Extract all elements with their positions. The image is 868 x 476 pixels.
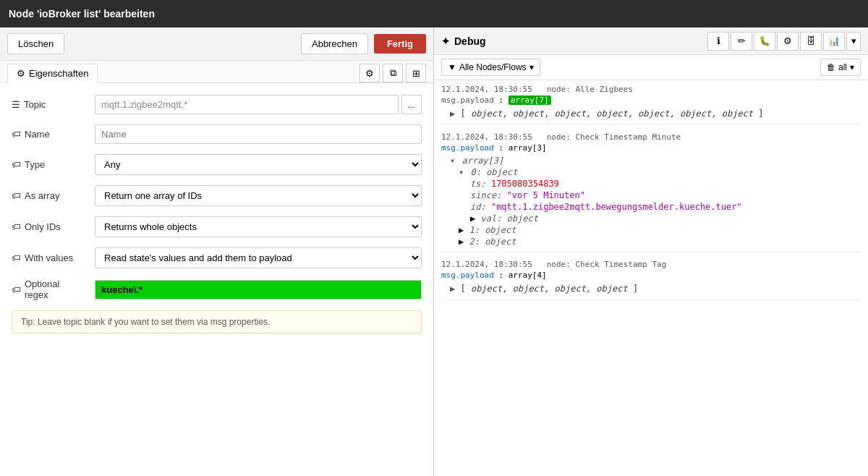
filter-icon: ▼	[448, 62, 456, 72]
left-panel: Löschen Abbrechen Fertig ⚙ Eigenschaften…	[0, 27, 434, 476]
debug-header: ✦ Debug ℹ ✏ 🐛 ⚙ 🗄 📊 ▾	[434, 27, 868, 55]
payload-link-3[interactable]: msg.payload	[441, 271, 494, 280]
debug-filter-bar: ▼ Alle Nodes/Flows ▾ 🗑 all ▾	[434, 55, 868, 80]
topic-dots-button[interactable]: ...	[401, 95, 422, 114]
optional-regex-label: 🏷 Optional regex	[12, 279, 95, 300]
settings-btn[interactable]: ⚙	[777, 32, 799, 51]
db-btn[interactable]: 🗄	[800, 32, 822, 51]
tab-expand-icon-btn[interactable]: ⊞	[406, 64, 426, 82]
as-array-input-group: Return one array of IDs Return multiple …	[95, 185, 422, 206]
payload-key-1: msg.payload	[441, 95, 494, 105]
as-array-select[interactable]: Return one array of IDs Return multiple …	[95, 185, 422, 206]
optional-regex-input[interactable]	[95, 280, 422, 299]
name-row: 🏷 Name	[12, 124, 422, 144]
name-input[interactable]	[95, 124, 422, 144]
array-content-1: [ object, object, object, object, object…	[460, 109, 763, 119]
tag-icon-2: 🏷	[12, 159, 21, 170]
debug-bug-icon: ✦	[441, 35, 450, 47]
debug-messages: 12.1.2024, 18:30:55 node: Alle Zigbees m…	[434, 80, 868, 476]
clear-button[interactable]: 🗑 all ▾	[820, 59, 861, 76]
topic-row: ☰ Topic ...	[12, 95, 422, 114]
chart-btn[interactable]: 📊	[823, 32, 845, 51]
main-content: Löschen Abbrechen Fertig ⚙ Eigenschaften…	[0, 27, 868, 476]
tab-icons: ⚙ ⧉ ⊞	[359, 64, 426, 82]
top-bar: Node 'ioBroker list' bearbeiten	[0, 0, 868, 27]
cancel-button[interactable]: Abbrechen	[301, 33, 368, 54]
trash-icon: 🗑	[827, 62, 835, 72]
nodes-filter-dropdown[interactable]: ▼ Alle Nodes/Flows ▾	[441, 59, 540, 76]
delete-button[interactable]: Löschen	[7, 33, 64, 54]
collapse-arrow-0[interactable]: ▾	[459, 167, 464, 177]
name-input-group	[95, 124, 422, 144]
tag-icon-5: 🏷	[12, 252, 21, 263]
tag-icon-4: 🏷	[12, 221, 21, 232]
msg-array-1: ▶ [ object, object, object, object, obje…	[441, 107, 861, 120]
tip-text: Tip: Leave topic blank if you want to se…	[21, 317, 270, 327]
debug-title: ✦ Debug	[441, 35, 707, 47]
tag-icon-3: 🏷	[12, 190, 21, 201]
only-ids-row: 🏷 Only IDs Returns whole objects Returns…	[12, 216, 422, 237]
tree-item-2: ▶ 2: object	[441, 236, 861, 247]
expand-2[interactable]: ▶	[459, 237, 464, 247]
list-icon: ☰	[12, 99, 20, 110]
collapse-arrow-array[interactable]: ▾	[450, 156, 455, 166]
with-values-row: 🏷 With values Read state's values and ad…	[12, 247, 422, 268]
type-label: 🏷 Type	[12, 159, 95, 170]
only-ids-select[interactable]: Returns whole objects Returns only IDs R…	[95, 216, 422, 237]
only-ids-input-group: Returns whole objects Returns only IDs R…	[95, 216, 422, 237]
name-label: 🏷 Name	[12, 129, 95, 140]
tab-copy-icon-btn[interactable]: ⧉	[383, 64, 403, 82]
tag-icon: 🏷	[12, 129, 21, 140]
optional-regex-row: 🏷 Optional regex	[12, 279, 422, 300]
array-content-3: [ object, object, object, object ]	[460, 284, 638, 294]
expand-arr-1[interactable]: ▶	[450, 109, 455, 119]
message-block-2: 12.1.2024, 18:30:55 node: Check Timestam…	[441, 132, 861, 252]
topic-input-group: ...	[95, 95, 422, 114]
debug-icon-bar: ℹ ✏ 🐛 ⚙ 🗄 📊 ▾	[707, 32, 861, 51]
right-panel: ✦ Debug ℹ ✏ 🐛 ⚙ 🗄 📊 ▾ ▼ Alle Nodes/Flows…	[434, 27, 868, 476]
msg-payload-1: msg.payload : array[7]	[441, 95, 861, 105]
tree-id: id: "mqtt.1.zigbee2mqtt.bewegungsmelder.…	[441, 201, 861, 213]
tree-since: since: "vor 5 Minuten"	[441, 190, 861, 201]
done-button[interactable]: Fertig	[374, 34, 426, 54]
properties-area: ☰ Topic ... 🏷 Name	[0, 83, 433, 476]
bug-btn[interactable]: 🐛	[754, 32, 775, 51]
msg-array-3: ▶ [ object, object, object, object ]	[441, 282, 861, 295]
with-values-input-group: Read state's values and add them to payl…	[95, 247, 422, 268]
info-btn[interactable]: ℹ	[707, 32, 729, 51]
properties-tab[interactable]: ⚙ Eigenschaften	[7, 64, 98, 83]
tree-ts: ts: 1705080354839	[441, 178, 861, 190]
window-title: Node 'ioBroker list' bearbeiten	[9, 8, 155, 20]
tag-icon-6: 🏷	[12, 284, 21, 295]
msg-timestamp-1: 12.1.2024, 18:30:55	[441, 85, 532, 94]
as-array-label: 🏷 As array	[12, 190, 95, 201]
edit-btn[interactable]: ✏	[731, 32, 752, 51]
tip-box: Tip: Leave topic blank if you want to se…	[12, 310, 422, 333]
msg-payload-3: msg.payload : array[4]	[441, 271, 861, 280]
type-row: 🏷 Type Any String Number Boolean Object …	[12, 154, 422, 175]
arrow-btn[interactable]: ▾	[846, 32, 861, 51]
payload-value-1: array[7]	[509, 95, 551, 105]
with-values-select[interactable]: Read state's values and add them to payl…	[95, 247, 422, 268]
msg-meta-2: 12.1.2024, 18:30:55 node: Check Timestam…	[441, 132, 861, 142]
msg-timestamp-3: 12.1.2024, 18:30:55	[441, 260, 532, 269]
tree-item-1: ▶ 1: object	[441, 224, 861, 236]
msg-meta-3: 12.1.2024, 18:30:55 node: Check Timestam…	[441, 260, 861, 269]
msg-node-3: node: Check Timestamp Tag	[547, 260, 667, 269]
filter-arrow-icon: ▾	[529, 62, 534, 72]
array-label: ▾ array[3]	[441, 155, 861, 166]
payload-link-2[interactable]: msg.payload	[441, 143, 494, 153]
type-input-group: Any String Number Boolean Object Array	[95, 154, 422, 175]
expand-1[interactable]: ▶	[459, 225, 464, 235]
clear-arrow-icon: ▾	[850, 62, 854, 72]
msg-payload-2: msg.payload : array[3]	[441, 143, 861, 153]
msg-node-1: node: Alle Zigbees	[547, 85, 633, 94]
optional-regex-input-group	[95, 280, 422, 299]
topic-input[interactable]	[95, 95, 399, 114]
expand-val[interactable]: ▶	[470, 213, 475, 224]
type-select[interactable]: Any String Number Boolean Object Array	[95, 154, 422, 175]
expand-arr-3[interactable]: ▶	[450, 284, 455, 294]
message-block-1: 12.1.2024, 18:30:55 node: Alle Zigbees m…	[441, 85, 861, 125]
msg-meta-1: 12.1.2024, 18:30:55 node: Alle Zigbees	[441, 85, 861, 94]
tab-settings-icon-btn[interactable]: ⚙	[359, 64, 380, 82]
